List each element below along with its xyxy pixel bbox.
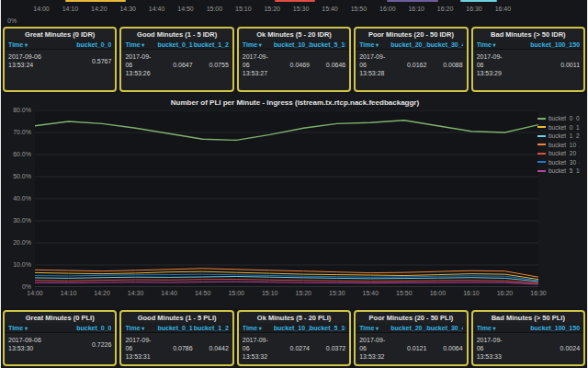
time-tick-label: 15:30 [289, 6, 313, 12]
column-header-bucket_20_30[interactable]: bucket_20_30 [390, 325, 426, 331]
time-tick-label: 14:30 [116, 6, 140, 12]
column-header-bucket_5_10[interactable]: bucket_5_10 [310, 41, 345, 48]
y-axis-label: 40.0% [4, 195, 31, 201]
time-tick-label: 16:40 [491, 6, 514, 12]
time-cell: 2017-09-0613:53:32 [243, 336, 274, 361]
column-header-bucket_100_150[interactable]: bucket_100_150 [508, 41, 580, 48]
pli-tables-row: Great Minutes (0 PLI)Time ▾bucket_0_0201… [1, 310, 587, 366]
time-tick-label: 14:00 [29, 6, 53, 12]
legend-label: bucket_0_0 [548, 115, 580, 121]
table-header-row: Time ▾bucket_10_20bucket_5_10 [239, 40, 349, 50]
column-header-bucket_20_30[interactable]: bucket_20_30 [390, 41, 426, 48]
column-header-bucket_5_10[interactable]: bucket_5_10 [310, 325, 345, 331]
table-panel: Bad Minutes (> 50 IDR)Time ▾bucket_100_1… [471, 27, 585, 92]
column-header-bucket_1_2[interactable]: bucket_1_2 [193, 41, 229, 48]
panel-title[interactable]: Bad Minutes (> 50 IDR) [473, 29, 583, 40]
sort-desc-icon: ▾ [374, 326, 379, 331]
x-axis-label: 14:10 [56, 290, 82, 296]
column-header-bucket_0_0[interactable]: bucket_0_0 [60, 41, 111, 48]
column-header-time[interactable]: Time ▾ [359, 41, 390, 48]
x-axis-label: 14:20 [89, 290, 115, 296]
column-header-time[interactable]: Time ▾ [359, 325, 390, 331]
table-row: 2017-09-0613:53:290.0011 [473, 50, 583, 80]
legend-item-bucket_10_20[interactable]: bucket_10_20 [537, 141, 586, 150]
x-axis-label: 15:20 [290, 290, 316, 296]
sort-desc-icon: ▾ [141, 42, 145, 48]
legend-item-bucket_5_10[interactable]: bucket_5_10 [537, 167, 586, 176]
value-cell: 0.0088 [426, 62, 462, 68]
value-cell: 0.0011 [508, 62, 580, 68]
column-header-time[interactable]: Time ▾ [8, 41, 60, 48]
panel-title[interactable]: Ok Minutes (5 - 20 PLI) [239, 312, 349, 323]
legend-item-bucket_0_1[interactable]: bucket_0_1 [537, 123, 586, 132]
column-header-time[interactable]: Time ▾ [477, 41, 508, 48]
series-line-fragment [275, 0, 315, 2]
time-tick-label: 15:40 [318, 6, 342, 12]
legend-color-swatch [537, 170, 546, 172]
x-axis-label: 15:50 [391, 290, 417, 296]
panel-title[interactable]: Great Minutes (0 IDR) [5, 29, 115, 40]
time-tick-label: 16:00 [376, 6, 400, 12]
legend-item-bucket_1_2[interactable]: bucket_1_2 [537, 132, 586, 141]
table-panel: Poor Minutes (20 - 50 PLI)Time ▾bucket_2… [354, 310, 468, 366]
column-header-time[interactable]: Time ▾ [8, 325, 60, 331]
legend-label: bucket_5_10 [548, 167, 580, 174]
column-header-bucket_10_20[interactable]: bucket_10_20 [274, 41, 310, 48]
panel-title[interactable]: Poor Minutes (20 - 50 IDR) [356, 29, 466, 40]
panel-title[interactable]: Good Minutes (1 - 5 IDR) [121, 29, 232, 40]
table-header-row: Time ▾bucket_10_20bucket_5_10 [239, 323, 349, 333]
chart-legend: bucket_0_0bucket_0_1bucket_1_2bucket_10_… [537, 114, 586, 176]
time-tick-label: 14:50 [174, 6, 198, 12]
y-axis-label: 50.0% [4, 173, 31, 179]
x-axis-label: 15:40 [357, 290, 383, 296]
panel-title[interactable]: Ok Minutes (5 - 20 IDR) [239, 29, 349, 40]
y-axis-label: 80.0% [4, 107, 31, 113]
x-axis-label: 16:30 [526, 290, 551, 296]
table-header-row: Time ▾bucket_20_30bucket_30_40 [356, 40, 466, 50]
panel-title[interactable]: Bad Minutes (> 50 PLI) [473, 312, 583, 323]
column-header-bucket_30_40[interactable]: bucket_30_40 [426, 41, 462, 48]
column-header-bucket_10_20[interactable]: bucket_10_20 [274, 325, 310, 331]
time-cell: 2017-09-0613:53:26 [125, 52, 156, 77]
legend-label: bucket_0_1 [548, 124, 580, 131]
value-cell: 0.0786 [156, 345, 192, 351]
time-tick-label: 16:20 [434, 6, 458, 12]
table-row: 2017-09-06 13:53:240.5767 [5, 50, 115, 72]
sort-desc-icon: ▾ [141, 326, 145, 331]
column-header-bucket_1_2[interactable]: bucket_1_2 [193, 325, 229, 331]
sort-desc-icon: ▾ [257, 42, 262, 48]
panel-title[interactable]: Poor Minutes (20 - 50 PLI) [356, 312, 466, 323]
legend-item-bucket_20_30[interactable]: bucket_20_30 [537, 149, 586, 158]
column-header-bucket_0_1[interactable]: bucket_0_1 [156, 41, 192, 48]
column-header-bucket_100_150[interactable]: bucket_100_150 [508, 325, 580, 331]
column-header-time[interactable]: Time ▾ [125, 325, 156, 331]
column-header-bucket_0_1[interactable]: bucket_0_1 [156, 325, 192, 331]
table-panel: Bad Minutes (> 50 PLI)Time ▾bucket_100_1… [471, 310, 585, 366]
panel-title[interactable]: Good Minutes (1 - 5 PLI) [121, 312, 232, 323]
column-header-time[interactable]: Time ▾ [477, 325, 508, 331]
legend-item-bucket_0_0[interactable]: bucket_0_0 [537, 114, 586, 123]
column-header-bucket_0_0[interactable]: bucket_0_0 [60, 325, 111, 331]
y-axis-label: 0% [4, 283, 31, 290]
sort-desc-icon: ▾ [374, 42, 379, 48]
column-header-bucket_30_40[interactable]: bucket_30_40 [426, 325, 462, 331]
idr-tables-row: Great Minutes (0 IDR)Time ▾bucket_0_0201… [1, 27, 587, 92]
sort-desc-icon: ▾ [257, 326, 262, 331]
pli-chart-panel: Number of PLI per Minute - Ingress (istr… [2, 94, 588, 308]
time-tick-label: 15:20 [260, 6, 284, 12]
column-header-time[interactable]: Time ▾ [125, 41, 156, 48]
chart-plot-area[interactable] [35, 110, 538, 287]
table-header-row: Time ▾bucket_100_150 [473, 323, 583, 333]
chart-title[interactable]: Number of PLI per Minute - Ingress (istr… [2, 98, 588, 107]
value-cell: 0.0442 [193, 345, 229, 351]
x-axis-label: 14:30 [123, 290, 149, 296]
y-axis-label: 10.0% [4, 261, 31, 268]
table-row: 2017-09-0613:53:260.06470.0755 [121, 50, 232, 80]
column-header-time[interactable]: Time ▾ [243, 325, 274, 331]
column-header-time[interactable]: Time ▾ [243, 41, 274, 48]
legend-color-swatch [537, 144, 546, 145]
value-cell: 0.0647 [156, 62, 192, 68]
value-cell: 0.0064 [426, 345, 462, 351]
legend-item-bucket_30_40[interactable]: bucket_30_40 [537, 158, 586, 167]
panel-title[interactable]: Great Minutes (0 PLI) [5, 312, 115, 323]
